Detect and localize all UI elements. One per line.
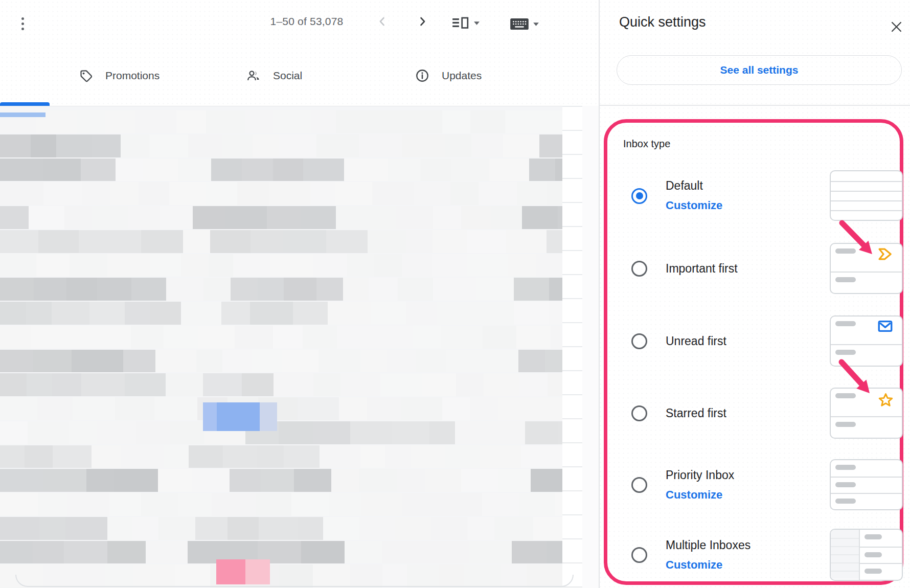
blurred-email-block: [252, 350, 282, 373]
blurred-email-block: [221, 302, 250, 325]
radio-unselected[interactable]: [631, 405, 647, 421]
radio-unselected[interactable]: [631, 547, 647, 563]
info-icon: [415, 69, 429, 83]
annotation-arrow: [838, 220, 877, 259]
blurred-email-block: [311, 110, 336, 133]
blurred-email-block: [413, 326, 441, 349]
blurred-email-block: [170, 421, 204, 444]
blurred-email-block: [166, 278, 203, 301]
split-pane-button[interactable]: [451, 15, 480, 31]
close-panel-button[interactable]: [886, 16, 906, 37]
blurred-email-block: [29, 206, 64, 229]
blurred-email-block: [482, 493, 520, 516]
blurred-email-block: [380, 373, 422, 396]
customize-link[interactable]: Customize: [666, 199, 722, 212]
blurred-email-block: [203, 373, 242, 396]
blurred-email-block: [33, 350, 72, 373]
blurred-email-block: [425, 469, 462, 492]
blurred-email-block: [242, 159, 273, 182]
blurred-email-block: [335, 182, 373, 205]
blurred-email-block: [555, 493, 563, 516]
blurred-email-block: [183, 230, 211, 253]
radio-unselected[interactable]: [631, 261, 647, 277]
blurred-email-block: [525, 421, 559, 444]
blurred-email-block: [429, 421, 456, 444]
blurred-email-block: [123, 350, 155, 373]
input-tools-button[interactable]: [510, 18, 539, 30]
blurred-email-block: [34, 278, 67, 301]
blurred-email-block: [66, 278, 97, 301]
radio-unselected[interactable]: [631, 477, 647, 493]
blurred-email-block: [316, 134, 359, 157]
blurred-email-block: [545, 350, 562, 373]
newer-page-button[interactable]: [372, 11, 393, 32]
more-options-button[interactable]: [15, 13, 30, 34]
blurred-email-block: [456, 373, 484, 396]
blurred-email-block: [450, 182, 479, 205]
blurred-email-block: [549, 278, 562, 301]
panel-title: Quick settings: [619, 14, 706, 30]
customize-link[interactable]: Customize: [666, 558, 750, 572]
radio-unselected[interactable]: [631, 333, 647, 349]
customize-link[interactable]: Customize: [666, 488, 734, 502]
blurred-email-block: [0, 493, 38, 516]
blurred-email-block: [257, 445, 284, 468]
blurred-email-block: [26, 302, 52, 325]
blurred-email-block: [382, 541, 426, 564]
blurred-email-block: [65, 517, 108, 540]
blurred-email-block: [470, 110, 506, 133]
thumb-text-pill: [835, 422, 856, 427]
blurred-email-block: [81, 159, 116, 182]
email-list-blurred[interactable]: [0, 106, 562, 588]
thumb-text-pill: [835, 482, 856, 487]
blurred-email-block: [521, 445, 562, 468]
blurred-email-block: [210, 230, 251, 253]
blurred-email-block: [310, 182, 335, 205]
blurred-email-block: [228, 517, 259, 540]
tab-updates[interactable]: Updates: [415, 46, 482, 105]
blurred-email-block: [97, 278, 132, 301]
blurred-email-block: [402, 134, 445, 157]
blurred-email-block: [467, 517, 495, 540]
blurred-email-block: [150, 302, 181, 325]
blurred-email-block: [86, 469, 115, 492]
blurred-email-block: [360, 350, 387, 373]
older-page-button[interactable]: [412, 11, 433, 32]
inbox-preview-thumbnail-multiple: [830, 529, 903, 581]
blurred-email-block: [555, 159, 562, 182]
blurred-email-block: [547, 541, 563, 564]
blurred-email-block: [298, 397, 339, 420]
blurred-email-block: [421, 159, 451, 182]
option-label: Unread first: [666, 334, 726, 348]
see-all-settings-button[interactable]: See all settings: [617, 55, 902, 85]
blurred-email-block: [303, 326, 337, 349]
tab-social[interactable]: Social: [246, 46, 302, 105]
blurred-email-block: [337, 326, 374, 349]
option-label: Priority Inbox: [666, 468, 734, 482]
blurred-email-block: [160, 206, 193, 229]
blurred-email-block: [0, 541, 33, 564]
blurred-email-block: [110, 182, 139, 205]
blurred-email-block: [445, 445, 481, 468]
blurred-email-block: [155, 350, 196, 373]
blurred-email-block: [166, 373, 203, 396]
inbox-type-option-priority[interactable]: Priority InboxCustomize: [618, 459, 894, 510]
thumb-text-pill: [835, 321, 856, 326]
blurred-email-block: [0, 230, 39, 253]
blurred-email-block: [256, 493, 292, 516]
blurred-email-block: [522, 206, 558, 229]
inbox-type-option-default[interactable]: DefaultCustomize: [618, 170, 894, 221]
blurred-email-block: [114, 469, 158, 492]
blurred-email-block: [411, 445, 445, 468]
blurred-email-block: [398, 278, 434, 301]
blurred-email-block: [222, 134, 253, 157]
blurred-email-block: [121, 445, 164, 468]
blurred-email-block: [360, 445, 385, 468]
blurred-email-block: [470, 397, 499, 420]
radio-selected[interactable]: [631, 188, 647, 204]
blurred-email-block: [318, 350, 360, 373]
blurred-email-block: [479, 182, 517, 205]
inbox-type-option-multiple[interactable]: Multiple InboxesCustomize: [618, 529, 894, 581]
tab-promotions[interactable]: Promotions: [79, 46, 160, 105]
thumb-icon-wrap: [878, 392, 894, 410]
